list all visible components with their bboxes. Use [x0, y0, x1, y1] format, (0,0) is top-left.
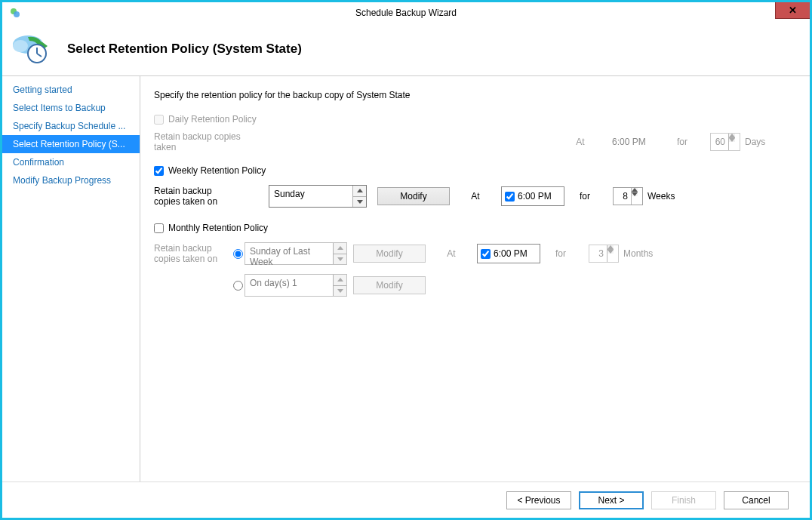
monthly-label: Monthly Retention Policy [168, 223, 268, 233]
weekly-time: 6:00 PM [518, 191, 552, 202]
daily-at-label: At [567, 137, 594, 147]
wizard-logo-icon [10, 31, 52, 67]
monthly-retain-line2: copies taken on [154, 254, 217, 264]
monthly-opt2-listbox: On day(s) 1 [245, 274, 347, 297]
monthly-value-spinner: 3 [589, 245, 619, 263]
monthly-at-label: At [438, 248, 465, 259]
instruction-text: Specify the retention policy for the bac… [154, 90, 790, 100]
sidebar-step-modify-progress[interactable]: Modify Backup Progress [2, 171, 140, 189]
chevron-down-icon [334, 286, 346, 297]
daily-for-label: for [666, 137, 698, 147]
weekly-value-spinner[interactable]: 8 [613, 187, 643, 205]
weekly-row: Retain backup copies taken on Sunday Mod… [154, 183, 790, 209]
spin-down-icon[interactable] [632, 192, 638, 196]
monthly-value: 3 [589, 245, 607, 262]
daily-checkbox [154, 115, 164, 125]
weekly-day-listbox[interactable]: Sunday [269, 185, 367, 208]
weekly-retain-line2: copies taken on [154, 196, 217, 207]
weekly-time-checkbox[interactable] [505, 192, 515, 202]
chevron-down-icon [334, 254, 346, 265]
spin-down-icon [607, 250, 614, 254]
monthly-unit: Months [623, 248, 669, 259]
monthly-for-label: for [545, 248, 577, 259]
chevron-down-icon[interactable] [353, 197, 366, 208]
monthly-modify-button-2: Modify [353, 276, 426, 294]
sidebar-step-select-items[interactable]: Select Items to Backup [2, 99, 140, 117]
monthly-modify-button-1: Modify [353, 245, 426, 263]
daily-row: Retain backup copies taken At 6:00 PM fo… [154, 132, 790, 152]
monthly-checkbox[interactable] [154, 223, 164, 233]
weekly-retain-line1: Retain backup [154, 186, 212, 196]
weekly-unit: Weeks [647, 191, 693, 202]
app-icon [8, 6, 22, 20]
monthly-row-1: Retain backup copies taken on Sunday of … [154, 241, 790, 266]
monthly-radio-dayofmonth[interactable] [233, 281, 243, 291]
cancel-button[interactable]: Cancel [724, 491, 789, 509]
weekly-retain-label: Retain backup copies taken on [154, 186, 261, 207]
daily-section: Daily Retention Policy [154, 114, 790, 125]
finish-button: Finish [651, 491, 716, 509]
monthly-opt1-listbox: Sunday of Last Week [245, 242, 347, 265]
weekly-checkbox[interactable] [154, 166, 164, 176]
daily-label: Daily Retention Policy [168, 114, 257, 125]
sidebar-step-specify-schedule[interactable]: Specify Backup Schedule ... [2, 117, 140, 135]
weekly-day-value: Sunday [269, 186, 352, 207]
sidebar-step-retention-policy[interactable]: Select Retention Policy (S... [2, 135, 140, 153]
monthly-opt2-value: On day(s) 1 [245, 275, 333, 296]
monthly-time-box[interactable]: 6:00 PM [477, 244, 540, 263]
spin-down-icon [729, 138, 735, 142]
svg-point-1 [14, 11, 20, 17]
wizard-sidebar: Getting started Select Items to Backup S… [2, 76, 140, 482]
page-title: Select Retention Policy (System State) [67, 42, 302, 57]
weekly-at-label: At [462, 191, 489, 202]
monthly-time: 6:00 PM [494, 248, 527, 259]
weekly-value: 8 [614, 188, 631, 205]
close-button[interactable]: ✕ [775, 2, 810, 19]
sidebar-step-getting-started[interactable]: Getting started [2, 81, 140, 99]
titlebar: Schedule Backup Wizard ✕ [2, 2, 810, 23]
window-title: Schedule Backup Wizard [355, 8, 457, 18]
wizard-main: Getting started Select Items to Backup S… [2, 75, 810, 482]
weekly-label: Weekly Retention Policy [168, 165, 266, 176]
weekly-time-box[interactable]: 6:00 PM [501, 186, 564, 206]
monthly-opt1-value: Sunday of Last Week [245, 243, 333, 264]
weekly-for-label: for [569, 191, 601, 202]
daily-time: 6:00 PM [612, 137, 662, 147]
daily-unit: Days [745, 137, 790, 147]
wizard-header: Select Retention Policy (System State) [2, 23, 810, 75]
monthly-row-2: On day(s) 1 Modify [154, 272, 790, 298]
monthly-section: Monthly Retention Policy [154, 223, 790, 233]
daily-retain-label: Retain backup copies taken [154, 131, 261, 152]
wizard-footer: < Previous Next > Finish Cancel [2, 482, 810, 518]
chevron-up-icon [334, 243, 346, 254]
wizard-window: Schedule Backup Wizard ✕ Select Retentio… [0, 0, 812, 520]
previous-button[interactable]: < Previous [506, 491, 571, 509]
svg-point-3 [13, 40, 28, 52]
weekly-modify-button[interactable]: Modify [377, 187, 450, 205]
sidebar-step-confirmation[interactable]: Confirmation [2, 153, 140, 171]
daily-value-spinner: 60 [710, 133, 740, 151]
monthly-retain-line1: Retain backup [154, 243, 212, 254]
chevron-up-icon[interactable] [353, 186, 366, 197]
wizard-content: Specify the retention policy for the bac… [140, 76, 810, 482]
daily-value: 60 [711, 134, 728, 150]
monthly-radio-weekday[interactable] [233, 249, 243, 259]
chevron-up-icon [334, 275, 346, 286]
close-icon: ✕ [789, 5, 797, 16]
next-button[interactable]: Next > [579, 491, 644, 509]
monthly-time-checkbox[interactable] [481, 249, 491, 259]
weekly-section: Weekly Retention Policy [154, 165, 790, 176]
